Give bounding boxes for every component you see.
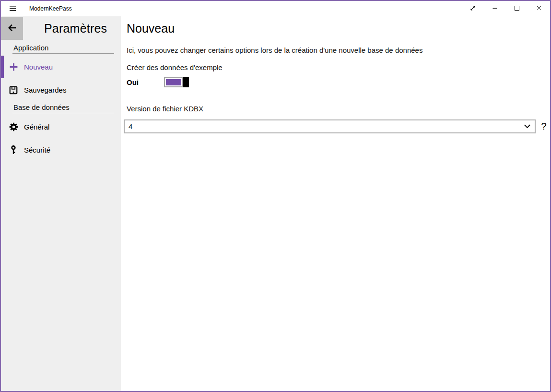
toggle-track [164, 77, 183, 87]
sample-data-toggle-row: Oui [127, 77, 548, 87]
page-description: Ici, vous pouvez changer certains option… [127, 46, 548, 55]
kdbx-help-button[interactable]: ? [539, 119, 548, 133]
maximize-icon [514, 4, 520, 13]
minimize-icon [492, 4, 498, 13]
fullscreen-icon [470, 4, 476, 13]
sidebar-item-nouveau[interactable]: Nouveau [1, 56, 121, 78]
settings-sidebar: Paramètres Application Nouveau [1, 16, 121, 391]
plus-icon [8, 61, 19, 73]
toggle-knob[interactable] [183, 77, 189, 87]
minimize-button[interactable] [484, 1, 506, 16]
hamburger-icon [10, 4, 16, 13]
combobox-selected-value: 4 [129, 122, 524, 131]
maximize-button[interactable] [506, 1, 528, 16]
settings-page-title: Paramètres [44, 21, 107, 36]
key-icon [8, 144, 19, 156]
sidebar-item-label: Sécurité [24, 146, 50, 154]
sidebar-item-label: Général [24, 123, 49, 131]
chevron-down-icon [524, 124, 530, 129]
sidebar-item-label: Sauvegardes [24, 86, 66, 94]
hamburger-menu-button[interactable] [1, 1, 24, 16]
page-title: Nouveau [127, 21, 548, 36]
close-icon [536, 4, 542, 13]
kdbx-version-row: 4 ? [126, 119, 548, 133]
kdbx-version-combobox[interactable]: 4 [124, 119, 536, 133]
gear-icon [8, 121, 19, 133]
app-window: ModernKeePass [0, 0, 551, 392]
app-title: ModernKeePass [29, 5, 72, 12]
app-body: Paramètres Application Nouveau [1, 16, 550, 391]
nav-section-database: Base de données [12, 103, 114, 113]
sidebar-item-sauvegardes[interactable]: Sauvegardes [1, 79, 121, 101]
nav-section-application: Application [12, 43, 114, 54]
toggle-fill [166, 79, 181, 85]
sidebar-item-label: Nouveau [24, 63, 53, 71]
sidebar-item-general[interactable]: Général [1, 116, 121, 138]
save-icon [8, 84, 19, 96]
sample-data-toggle[interactable] [164, 77, 189, 87]
titlebar-drag-area [72, 1, 462, 16]
titlebar: ModernKeePass [1, 1, 550, 16]
sample-data-label: Créer des données d'exemple [127, 63, 548, 72]
settings-content: Nouveau Ici, vous pouvez changer certain… [121, 16, 550, 391]
fullscreen-button[interactable] [462, 1, 484, 16]
back-button[interactable] [1, 17, 23, 40]
sidebar-item-securite[interactable]: Sécurité [1, 139, 121, 161]
back-arrow-icon [6, 22, 18, 35]
toggle-state-label: Oui [127, 78, 164, 86]
kdbx-version-label: Version de fichier KDBX [127, 105, 548, 113]
close-button[interactable] [528, 1, 550, 16]
